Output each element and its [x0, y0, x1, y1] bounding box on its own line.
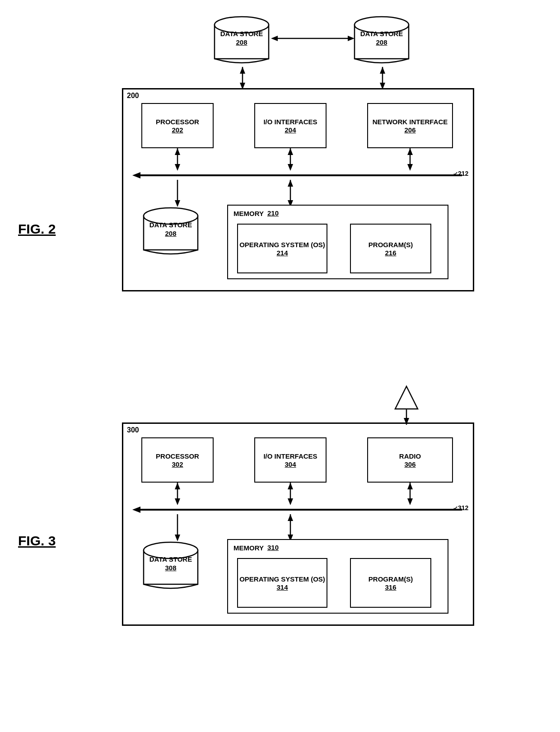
svg-marker-8: [271, 36, 278, 41]
fig3-bus-ref: ↙312: [453, 504, 468, 511]
fig2-arrow-ds-horiz: [271, 34, 355, 43]
fig2-mem-bus-arrow: [286, 180, 295, 207]
svg-marker-40: [288, 498, 293, 505]
svg-marker-12: [380, 67, 385, 74]
svg-marker-19: [288, 164, 293, 171]
fig3-label: FIG. 3: [18, 533, 56, 549]
fig2-system-ref: 200: [127, 92, 139, 100]
fig3-radio-box: RADIO 306: [367, 437, 453, 483]
fig3-processor-box: PROCESSOR 302: [141, 437, 214, 483]
fig3-datastore-bottom: DATA STORE 308: [141, 539, 200, 593]
svg-marker-17: [175, 148, 180, 155]
fig2-arrow-ds-tr-up: [378, 67, 387, 76]
fig3-memory-box: MEMORY 310 OPERATING SYSTEM (OS) 314 PRO…: [227, 539, 448, 614]
fig2-datastore-bottom: DATA STORE 208: [141, 205, 200, 259]
fig3-io-box: I/O INTERFACES 304: [254, 437, 327, 483]
svg-marker-31: [395, 386, 418, 409]
fig2-arrow-ds-tl-up: [238, 67, 247, 76]
fig2-programs-box: PROGRAM(S) 216: [350, 224, 431, 273]
svg-marker-43: [407, 498, 413, 505]
svg-marker-49: [288, 514, 293, 521]
svg-marker-37: [175, 498, 180, 505]
svg-marker-41: [288, 483, 293, 489]
fig3-antenna: [393, 384, 420, 425]
svg-marker-20: [288, 148, 293, 155]
fig3-proc-bus-arrow: [173, 483, 182, 505]
svg-marker-38: [175, 483, 180, 489]
page: FIG. 2 DATA STORE 208 DATA STORE 208: [0, 0, 560, 732]
fig2-label: FIG. 2: [18, 221, 56, 237]
fig2-io-box: I/O INTERFACES 204: [254, 103, 327, 148]
fig2-io-bus-arrow: [286, 148, 295, 171]
fig2-memory-box: MEMORY 210 OPERATING SYSTEM (OS) 214 PRO…: [227, 205, 448, 279]
fig2-proc-ds-arrow: [173, 180, 182, 207]
fig3-proc-ds-arrow: [173, 514, 182, 541]
fig3-radio-bus-arrow: [406, 483, 415, 505]
svg-marker-22: [407, 164, 413, 171]
svg-marker-44: [407, 483, 413, 489]
fig2-processor-box: PROCESSOR 202: [141, 103, 214, 148]
fig2-proc-bus-arrow: [173, 148, 182, 171]
fig2-system-box: 200 PROCESSOR 202 I/O INTERFACES 204 NET…: [122, 88, 474, 291]
fig2-bus-ref: ↙212: [453, 170, 468, 177]
fig3-system-box: 300 PROCESSOR 302 I/O INTERFACES 304 RAD…: [122, 422, 474, 626]
fig2-os-box: OPERATING SYSTEM (OS) 214: [237, 224, 327, 273]
fig3-mem-bus-arrow: [286, 514, 295, 541]
svg-marker-28: [288, 180, 293, 187]
fig2-network-box: NETWORK INTERFACE 206: [367, 103, 453, 148]
fig2-datastore-top-right: DATA STORE 208: [352, 14, 411, 68]
svg-marker-14: [132, 172, 140, 178]
svg-marker-16: [175, 164, 180, 171]
fig3-os-box: OPERATING SYSTEM (OS) 314: [237, 558, 327, 608]
fig3-system-ref: 300: [127, 426, 139, 434]
svg-marker-23: [407, 148, 413, 155]
svg-marker-35: [132, 507, 140, 513]
fig2-datastore-top-left: DATA STORE 208: [212, 14, 271, 68]
svg-marker-6: [240, 67, 245, 74]
fig2-net-bus-arrow: [406, 148, 415, 171]
svg-marker-9: [348, 36, 355, 41]
fig3-io-bus-arrow: [286, 483, 295, 505]
fig3-programs-box: PROGRAM(S) 316: [350, 558, 431, 608]
